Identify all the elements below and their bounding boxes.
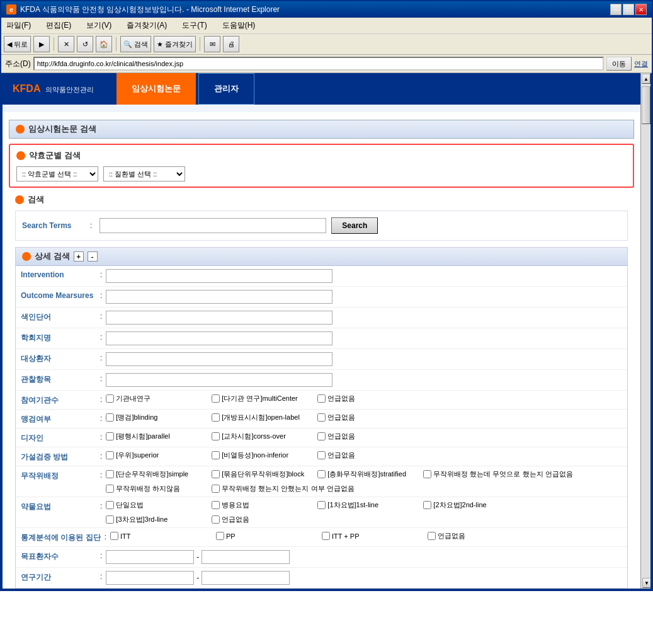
search-terms-input[interactable] bbox=[99, 218, 326, 233]
checkbox-no-mention2-input[interactable] bbox=[317, 413, 326, 422]
checkbox-blinding-input[interactable] bbox=[106, 413, 114, 422]
checkbox-second-line-input[interactable] bbox=[423, 501, 431, 509]
checkbox-open-label-input[interactable] bbox=[212, 413, 220, 422]
checkbox-no-mention5[interactable]: 언급없음 bbox=[212, 515, 312, 524]
checkbox-no-mention4[interactable]: 언급없음 bbox=[317, 451, 418, 460]
checkbox-no-mention1-input[interactable] bbox=[317, 394, 326, 403]
checkbox-itt[interactable]: ITT bbox=[110, 532, 211, 540]
checkbox-monotherapy[interactable]: 단일요법 bbox=[106, 500, 207, 510]
link-button[interactable]: 연결 bbox=[634, 59, 648, 69]
disease-category-select[interactable]: :: 질환별 선택 :: bbox=[103, 166, 185, 181]
checkbox-third-line-input[interactable] bbox=[106, 515, 114, 524]
intervention-input[interactable] bbox=[106, 269, 332, 283]
print-button[interactable]: 🖨 bbox=[223, 36, 239, 52]
checkbox-random-no-mention-input[interactable] bbox=[212, 485, 220, 493]
checkbox-second-line[interactable]: [2차요법]2nd-line bbox=[423, 500, 524, 510]
checkbox-parallel[interactable]: [평행시험]parallel bbox=[106, 432, 207, 441]
spacer bbox=[3, 105, 640, 112]
minimize-button[interactable]: ─ bbox=[610, 4, 622, 15]
refresh-button[interactable]: ↺ bbox=[77, 36, 93, 52]
menu-tools[interactable]: 도구(T) bbox=[179, 19, 209, 32]
index-word-input[interactable] bbox=[106, 311, 332, 325]
checkbox-open-label[interactable]: [개방표시시험]open-label bbox=[212, 413, 312, 422]
checkbox-crossover[interactable]: [교차시험]corss-over bbox=[212, 432, 312, 441]
checkbox-intra-institution[interactable]: 기관내연구 bbox=[106, 394, 207, 403]
checkbox-simple[interactable]: [단순무작위배정]simple bbox=[106, 469, 207, 479]
target-patient-count-from[interactable] bbox=[106, 550, 194, 564]
checkbox-superior-input[interactable] bbox=[106, 451, 114, 459]
checkbox-block[interactable]: [묶음단위무작위배정]block bbox=[212, 469, 312, 479]
checkbox-itt-pp[interactable]: ITT + PP bbox=[322, 532, 423, 540]
forward-button[interactable]: ▶ bbox=[33, 36, 50, 52]
checkbox-monotherapy-input[interactable] bbox=[106, 501, 114, 509]
checkbox-no-mention4-input[interactable] bbox=[317, 451, 326, 459]
menu-view[interactable]: 보기(V) bbox=[84, 19, 114, 32]
checkbox-simple-input[interactable] bbox=[106, 470, 114, 478]
checkbox-itt-pp-input[interactable] bbox=[322, 532, 330, 540]
checkbox-random-no-method-input[interactable] bbox=[423, 470, 431, 478]
nav-tab-admin[interactable]: 관리자 bbox=[198, 73, 254, 105]
checkbox-combination-input[interactable] bbox=[212, 501, 220, 509]
checkbox-no-mention6-input[interactable] bbox=[428, 532, 436, 540]
back-button[interactable]: ◀ 뒤로 bbox=[4, 36, 31, 52]
close-button[interactable]: ✕ bbox=[635, 4, 647, 15]
checkbox-no-mention1[interactable]: 언급없음 bbox=[317, 394, 418, 403]
checkbox-superior[interactable]: [우위]superior bbox=[106, 451, 207, 460]
checkbox-no-randomization[interactable]: 무작위배정 하지않음 bbox=[106, 484, 207, 493]
checkbox-no-mention6[interactable]: 언급없음 bbox=[428, 531, 528, 541]
checkbox-blinding[interactable]: [맹검]blinding bbox=[106, 413, 207, 422]
address-input[interactable] bbox=[33, 57, 604, 71]
collapse-button[interactable]: - bbox=[88, 251, 98, 262]
scroll-down-arrow[interactable]: ▼ bbox=[642, 578, 651, 588]
favorites-toolbar-button[interactable]: ★ 즐겨찾기 bbox=[154, 36, 196, 52]
home-button[interactable]: 🏠 bbox=[96, 36, 112, 52]
search-button[interactable]: Search bbox=[331, 217, 378, 234]
checkbox-non-inferior-input[interactable] bbox=[212, 451, 220, 459]
checkbox-pp-input[interactable] bbox=[216, 532, 224, 540]
checkbox-block-input[interactable] bbox=[212, 470, 220, 478]
expand-button[interactable]: + bbox=[74, 251, 84, 262]
checkbox-crossover-input[interactable] bbox=[212, 432, 220, 440]
checkbox-no-mention5-input[interactable] bbox=[212, 515, 220, 524]
menu-help[interactable]: 도움말(H) bbox=[220, 19, 258, 32]
menu-favorites[interactable]: 즐겨찾기(A) bbox=[124, 19, 169, 32]
checkbox-multicenter[interactable]: [다기관 연구]multiCenter bbox=[212, 394, 312, 403]
nav-tab-clinical[interactable]: 임상시험논문 bbox=[116, 73, 196, 105]
outcome-input[interactable] bbox=[106, 290, 332, 304]
checkbox-intra-institution-input[interactable] bbox=[106, 394, 114, 403]
checkbox-no-mention3-input[interactable] bbox=[317, 432, 326, 440]
menu-edit[interactable]: 편집(E) bbox=[43, 19, 74, 32]
checkbox-pp[interactable]: PP bbox=[216, 532, 317, 540]
target-patient-input[interactable] bbox=[106, 352, 332, 366]
observation-input[interactable] bbox=[106, 373, 332, 387]
checkbox-itt-input[interactable] bbox=[110, 532, 118, 540]
checkbox-no-randomization-input[interactable] bbox=[106, 485, 114, 493]
search-box: Search Terms : Search bbox=[15, 210, 628, 241]
maximize-button[interactable]: □ bbox=[623, 4, 634, 15]
checkbox-stratified-input[interactable] bbox=[317, 470, 326, 478]
checkbox-multicenter-input[interactable] bbox=[212, 394, 220, 403]
study-period-to[interactable] bbox=[202, 571, 290, 585]
checkbox-third-line[interactable]: [3차요법]3rd-line bbox=[106, 515, 207, 524]
drug-category-select[interactable]: :: 약효군별 선택 :: bbox=[16, 166, 98, 181]
stop-button[interactable]: ✕ bbox=[58, 36, 74, 52]
menu-file[interactable]: 파일(F) bbox=[4, 19, 33, 32]
mail-button[interactable]: ✉ bbox=[204, 36, 220, 52]
search-toolbar-button[interactable]: 🔍 검색 bbox=[120, 36, 151, 52]
checkbox-non-inferior[interactable]: [비열등성]non-inferior bbox=[212, 451, 312, 460]
checkbox-random-no-mention[interactable]: 무작위배정 했는지 안했는지 여부 언급없음 bbox=[212, 484, 354, 493]
checkbox-random-no-method[interactable]: 무작위배정 했는데 무엇으로 했는지 언급없음 bbox=[423, 469, 572, 479]
scroll-thumb[interactable] bbox=[642, 86, 650, 124]
checkbox-first-line[interactable]: [1차요법]1st-line bbox=[317, 500, 418, 510]
checkbox-no-mention2[interactable]: 언급없음 bbox=[317, 413, 418, 422]
target-patient-count-to[interactable] bbox=[202, 550, 290, 564]
checkbox-first-line-input[interactable] bbox=[317, 501, 326, 509]
journal-input[interactable] bbox=[106, 331, 332, 345]
go-button[interactable]: 이동 bbox=[606, 57, 632, 71]
checkbox-parallel-input[interactable] bbox=[106, 432, 114, 440]
scroll-up-arrow[interactable]: ▲ bbox=[642, 74, 650, 84]
checkbox-no-mention3[interactable]: 언급없음 bbox=[317, 432, 418, 441]
checkbox-combination[interactable]: 병용요법 bbox=[212, 500, 312, 510]
checkbox-stratified[interactable]: [층화무작위배정]stratified bbox=[317, 469, 418, 479]
study-period-from[interactable] bbox=[106, 571, 194, 585]
